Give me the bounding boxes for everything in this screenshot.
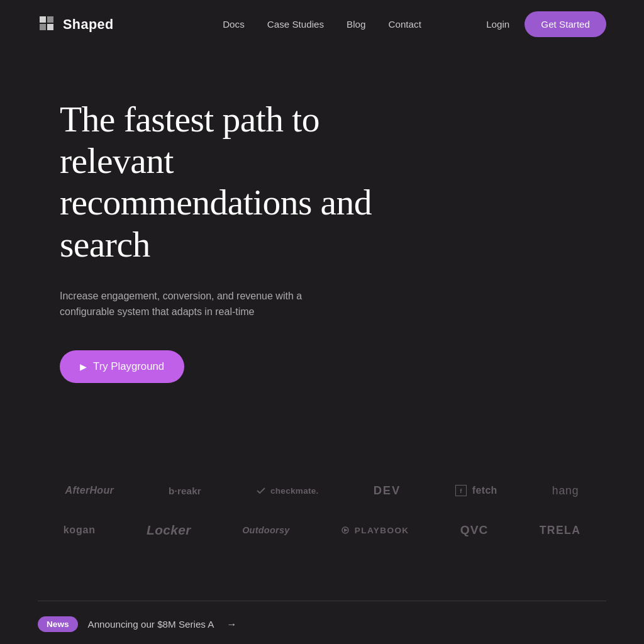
login-link[interactable]: Login [486,19,509,30]
hero-subtitle: Increase engagement, conversion, and rev… [60,288,311,320]
logos-row-1: AfterHour b·reakr checkmate. DEV f fetch… [38,471,606,510]
fetch-icon-box: f [455,485,467,496]
try-playground-button[interactable]: ▶ Try Playground [60,350,184,383]
logo-trela: TRELA [540,524,581,537]
news-arrow-icon: → [226,619,236,630]
logo-kogan: kogan [64,525,96,536]
logo-qvc: QVC [460,523,488,537]
logos-row-2: kogan Locker Outdoorsy PLAYBOOK QVC TREL… [38,510,606,550]
svg-rect-2 [40,24,46,30]
nav-link-case-studies[interactable]: Case Studies [267,19,324,30]
nav-links: Docs Case Studies Blog Contact [223,19,421,30]
logo-checkmate: checkmate. [256,486,319,496]
logo-breakr: b·reakr [169,486,201,496]
nav-right: Login Get Started [486,11,606,37]
logos-section: AfterHour b·reakr checkmate. DEV f fetch… [0,421,644,575]
news-text: Announcing our $8M Series A [88,619,214,630]
news-banner[interactable]: News Announcing our $8M Series A → [38,601,606,644]
hero-title: The fastest path to relevant recommendat… [60,99,425,265]
try-playground-label: Try Playground [93,360,164,373]
logo-outdoorsy: Outdoorsy [242,525,289,535]
logo-hang: hang [552,484,579,497]
logo-afterhour: AfterHour [65,485,114,496]
logo-icon [38,14,58,35]
navbar: Shaped Docs Case Studies Blog Contact Lo… [0,0,644,48]
hero-section: The fastest path to relevant recommendat… [0,48,644,421]
brand-name: Shaped [63,16,114,33]
nav-link-contact[interactable]: Contact [389,19,421,30]
nav-link-blog[interactable]: Blog [347,19,365,30]
get-started-button[interactable]: Get Started [525,11,606,37]
svg-rect-0 [40,16,46,23]
svg-rect-1 [47,16,53,23]
logo-link[interactable]: Shaped [38,14,114,35]
logo-playbook: PLAYBOOK [341,526,409,535]
logo-locker: Locker [147,523,191,538]
svg-marker-5 [344,528,348,532]
logo-fetch: f fetch [455,485,497,496]
play-icon: ▶ [80,362,87,372]
logo-dev: DEV [374,484,401,497]
nav-link-docs[interactable]: Docs [223,19,245,30]
svg-rect-3 [47,24,53,30]
news-badge: News [38,616,78,632]
